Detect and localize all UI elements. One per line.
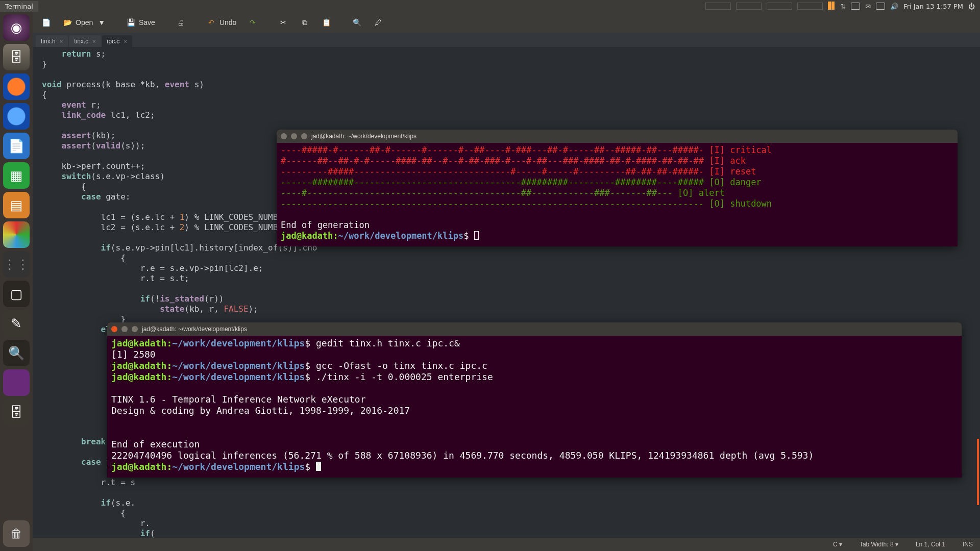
print-icon: 🖨 bbox=[176, 17, 186, 28]
tab-ipc-c[interactable]: ipc.c× bbox=[102, 35, 132, 47]
indicator-cell bbox=[767, 3, 792, 10]
copy-button[interactable]: ⧉ bbox=[296, 16, 314, 29]
cut-button[interactable]: ✂ bbox=[274, 16, 292, 29]
top-panel: Terminal ⇅ ✉ 🔊 Fri Jan 13 1:57 PM ⏻ bbox=[0, 0, 980, 12]
thunderbird-icon[interactable] bbox=[3, 103, 30, 130]
replace-button[interactable]: 🖊 bbox=[369, 16, 387, 29]
close-icon[interactable]: × bbox=[92, 38, 95, 44]
close-icon[interactable] bbox=[111, 326, 117, 332]
indicator-cell bbox=[797, 3, 823, 10]
drive-icon[interactable]: 🗄 bbox=[3, 399, 30, 425]
tab-label: tinx.c bbox=[74, 38, 88, 45]
terminal-titlebar[interactable]: jad@kadath: ~/work/development/klips bbox=[277, 130, 958, 143]
insert-mode: INS bbox=[963, 541, 973, 548]
open-button[interactable]: 📂 Open ▼ bbox=[58, 16, 109, 29]
terminal-window-2[interactable]: jad@kadath: ~/work/development/klips jad… bbox=[107, 322, 962, 478]
save-icon: 💾 bbox=[126, 17, 136, 28]
paste-icon: 📋 bbox=[321, 17, 331, 28]
minimize-icon[interactable] bbox=[121, 326, 128, 332]
print-button[interactable]: 🖨 bbox=[172, 16, 190, 29]
redo-button[interactable]: ↷ bbox=[243, 16, 262, 29]
terminal-icon[interactable]: ▢ bbox=[3, 281, 30, 307]
gedit-tabs: tinx.h×tinx.c×ipc.c× bbox=[33, 33, 980, 47]
videos-icon[interactable]: ⋮⋮ bbox=[3, 251, 30, 278]
scrollbar-indicator[interactable] bbox=[977, 439, 979, 505]
save-button[interactable]: 💾 Save bbox=[121, 16, 159, 29]
sync-icon[interactable]: ⇅ bbox=[840, 3, 846, 10]
indicator-cell bbox=[736, 3, 762, 10]
files-icon[interactable]: 🗄 bbox=[3, 44, 30, 70]
gedit-toolbar: 📄 📂 Open ▼ 💾 Save 🖨 ↶ Undo ↷ ✂ ⧉ 📋 🔍 🖊 bbox=[33, 12, 980, 33]
terminal-output[interactable]: ----#####-#------##-#------#------#--##-… bbox=[277, 143, 958, 246]
tab-label: ipc.c bbox=[107, 38, 120, 45]
open-label: Open bbox=[76, 18, 93, 27]
impress-icon[interactable]: ▤ bbox=[3, 192, 30, 218]
terminal-titlebar[interactable]: jad@kadath: ~/work/development/klips bbox=[107, 322, 962, 336]
dash-icon[interactable]: ◉ bbox=[3, 14, 30, 41]
paste-button[interactable]: 📋 bbox=[317, 16, 335, 29]
battery-icon[interactable] bbox=[876, 3, 885, 10]
close-icon[interactable]: × bbox=[60, 38, 63, 44]
open-icon: 📂 bbox=[62, 17, 72, 28]
gedit-statusbar: C ▾ Tab Width: 8 ▾ Ln 1, Col 1 INS bbox=[33, 538, 980, 551]
keyboard-icon[interactable] bbox=[851, 3, 860, 10]
system-tray: ⇅ ✉ 🔊 Fri Jan 13 1:57 PM ⏻ bbox=[700, 2, 980, 11]
undo-button[interactable]: ↶ Undo bbox=[202, 16, 240, 29]
lang-selector[interactable]: C ▾ bbox=[833, 541, 842, 548]
sound-icon[interactable]: 🔊 bbox=[890, 3, 898, 10]
terminal-title: jad@kadath: ~/work/development/klips bbox=[311, 133, 416, 140]
minimize-icon[interactable] bbox=[291, 133, 297, 139]
tab-label: tinx.h bbox=[41, 38, 56, 45]
software-icon[interactable] bbox=[3, 221, 30, 248]
new-button[interactable]: 📄 bbox=[37, 16, 55, 29]
undo-label: Undo bbox=[219, 18, 236, 27]
terminal-title: jad@kadath: ~/work/development/klips bbox=[142, 325, 247, 333]
clock-label[interactable]: Fri Jan 13 1:57 PM bbox=[903, 3, 963, 10]
firefox-icon[interactable] bbox=[3, 73, 30, 100]
find-icon: 🔍 bbox=[352, 17, 362, 28]
cursor-position: Ln 1, Col 1 bbox=[916, 541, 945, 548]
cut-icon: ✂ bbox=[278, 17, 288, 28]
new-file-icon: 📄 bbox=[41, 17, 51, 28]
maximize-icon[interactable] bbox=[132, 326, 138, 332]
launcher: ◉ 🗄 📄 ▦ ▤ ⋮⋮ ▢ ✎ 🔍 🗄 🗑 bbox=[0, 12, 33, 551]
find-button[interactable]: 🔍 bbox=[348, 16, 366, 29]
tab-tinx-c[interactable]: tinx.c× bbox=[69, 35, 101, 47]
calc-icon[interactable]: ▦ bbox=[3, 162, 30, 189]
indicator-bars bbox=[828, 2, 835, 11]
close-icon[interactable]: × bbox=[124, 38, 127, 44]
terminal-output[interactable]: jad@kadath:~/work/development/klips$ ged… bbox=[107, 336, 962, 478]
close-icon[interactable] bbox=[281, 133, 287, 139]
maximize-icon[interactable] bbox=[301, 133, 307, 139]
tabwidth-selector[interactable]: Tab Width: 8 ▾ bbox=[860, 541, 898, 548]
trash-icon[interactable]: 🗑 bbox=[3, 520, 30, 547]
redo-icon: ↷ bbox=[248, 17, 258, 28]
writer-icon[interactable]: 📄 bbox=[3, 133, 30, 159]
search-icon[interactable]: 🔍 bbox=[3, 340, 30, 366]
indicator-cell bbox=[705, 3, 731, 10]
copy-icon: ⧉ bbox=[300, 17, 310, 28]
mail-icon[interactable]: ✉ bbox=[865, 3, 871, 10]
text-editor-icon[interactable]: ✎ bbox=[3, 310, 30, 337]
undo-icon: ↶ bbox=[206, 17, 216, 28]
terminal-window-1[interactable]: jad@kadath: ~/work/development/klips ---… bbox=[277, 130, 958, 246]
save-label: Save bbox=[139, 18, 155, 27]
replace-icon: 🖊 bbox=[373, 17, 383, 28]
session-icon[interactable]: ⏻ bbox=[968, 3, 975, 10]
app-icon[interactable] bbox=[3, 369, 30, 396]
active-app-label: Terminal bbox=[0, 1, 38, 12]
tab-tinx-h[interactable]: tinx.h× bbox=[36, 35, 68, 47]
